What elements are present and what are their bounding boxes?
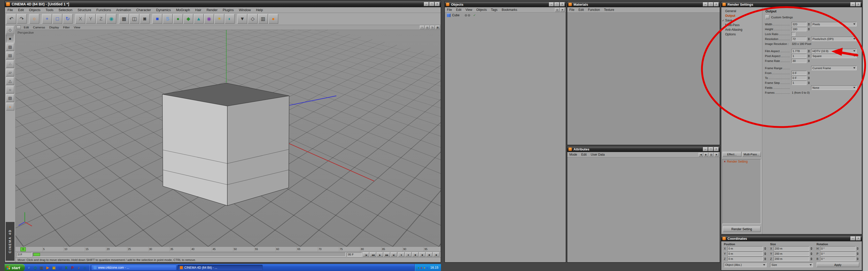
- add-scene-icon[interactable]: ▲: [194, 14, 204, 24]
- spinner[interactable]: [764, 246, 767, 250]
- add-camera-icon[interactable]: ◉: [204, 14, 214, 24]
- menu-item[interactable]: Help: [253, 8, 266, 12]
- spinner[interactable]: [807, 76, 810, 80]
- size-x-field[interactable]: 200 m: [774, 246, 809, 250]
- paint-icon[interactable]: P: [70, 265, 75, 270]
- folder-icon[interactable]: ▣: [51, 265, 57, 270]
- move-icon[interactable]: +: [42, 14, 52, 24]
- menu-item[interactable]: Plugins: [220, 8, 237, 12]
- menu-item[interactable]: Selection: [56, 8, 75, 12]
- media-player-icon[interactable]: ▶: [45, 265, 51, 270]
- viewport-menu-item[interactable]: Edit: [22, 26, 31, 29]
- add-modeling-icon[interactable]: ◆: [183, 14, 193, 24]
- setting-dropdown[interactable]: None: [811, 86, 857, 90]
- size-y-field[interactable]: 200 m: [774, 251, 809, 256]
- viewport-menu-item[interactable]: View: [72, 26, 83, 29]
- close-button[interactable]: ×: [435, 2, 440, 6]
- viewport-layout-icon[interactable]: ▥: [258, 14, 268, 24]
- maximize-button[interactable]: □: [554, 2, 559, 6]
- menu-item[interactable]: Functions: [94, 8, 114, 12]
- z-axis-line[interactable]: [289, 96, 336, 105]
- spinner[interactable]: [807, 81, 810, 84]
- size-mode-dropdown[interactable]: Size: [770, 263, 813, 267]
- menu-item[interactable]: Character: [133, 8, 153, 12]
- menu-item[interactable]: Bookmarks: [500, 8, 519, 11]
- menu-item[interactable]: View: [463, 8, 474, 11]
- object-axis-icon[interactable]: +: [6, 103, 14, 110]
- setting-input[interactable]: 72: [792, 37, 807, 41]
- convert-editable-icon[interactable]: ◇: [6, 26, 14, 34]
- size-z-field[interactable]: 200 m: [774, 257, 809, 261]
- main-titlebar[interactable]: CINEMA 4D (64 Bit) - [Untitled 1 *] –□×: [5, 1, 441, 7]
- record-scale-icon[interactable]: ■: [419, 252, 426, 257]
- goto-start-button[interactable]: |◀: [363, 252, 369, 257]
- menu-item[interactable]: Edit: [454, 8, 463, 11]
- render-view-icon[interactable]: ▦: [119, 14, 129, 24]
- apply-button[interactable]: Apply: [816, 263, 859, 267]
- add-nurbs-icon[interactable]: ●: [173, 14, 183, 24]
- scene-filter-icon[interactable]: ▼: [560, 8, 565, 12]
- render-picture-viewer-icon[interactable]: ◫: [129, 14, 139, 24]
- render-settings-tree-item[interactable]: General: [721, 9, 762, 13]
- menu-item[interactable]: User Data: [589, 153, 607, 157]
- start-frame-field[interactable]: 0 F: [17, 252, 32, 257]
- menu-item[interactable]: Dynamics: [153, 8, 173, 12]
- lock-y-icon[interactable]: Y: [86, 14, 96, 24]
- minimize-button[interactable]: –: [424, 2, 429, 6]
- object-manager-list[interactable]: Cube ✓: [445, 13, 566, 262]
- current-frame-marker[interactable]: 0: [21, 247, 26, 251]
- close-button[interactable]: ×: [714, 2, 719, 6]
- multipass-button[interactable]: Multi-Pass...: [742, 152, 761, 157]
- bodypaint-icon[interactable]: ●: [269, 14, 278, 24]
- setting-input[interactable]: 0 F: [792, 71, 807, 75]
- setting-dropdown[interactable]: HDTV (16:9): [811, 49, 857, 53]
- show-desktop-icon[interactable]: ▤: [39, 265, 44, 270]
- objects-titlebar[interactable]: Objects –□×: [445, 2, 566, 7]
- spinner[interactable]: [857, 252, 859, 256]
- materials-area[interactable]: [567, 13, 720, 145]
- coordinate-system-icon[interactable]: ◉: [106, 14, 116, 24]
- spinner[interactable]: [807, 37, 810, 41]
- winamp-icon[interactable]: ♪: [76, 265, 82, 270]
- rotation-p-field[interactable]: 0 °: [820, 251, 856, 256]
- menu-item[interactable]: File: [567, 8, 576, 11]
- lock-z-icon[interactable]: Z: [96, 14, 106, 24]
- x-axis-line[interactable]: [289, 143, 374, 181]
- tree-check-icon[interactable]: ✓: [721, 19, 725, 22]
- spinner[interactable]: [807, 49, 810, 53]
- close-button[interactable]: ×: [560, 2, 565, 6]
- spinner[interactable]: [764, 257, 767, 261]
- live-selection-icon[interactable]: ○: [29, 14, 39, 24]
- spinner[interactable]: [807, 22, 810, 26]
- camera-pan-icon[interactable]: +: [420, 26, 425, 29]
- position-z-field[interactable]: 0 m: [727, 257, 763, 261]
- add-cube-icon[interactable]: ■: [152, 14, 162, 24]
- render-preset-list[interactable]: × Render Setting: [722, 159, 761, 224]
- volume-icon[interactable]: ●: [424, 266, 425, 269]
- spinner[interactable]: [807, 27, 810, 31]
- render-settings-tree-item[interactable]: Multi-Pass: [721, 23, 762, 27]
- setting-dropdown[interactable]: Square: [811, 54, 857, 58]
- messenger-icon[interactable]: ☺: [82, 265, 88, 270]
- cube-right-face[interactable]: [227, 96, 289, 205]
- redo-icon[interactable]: ↷: [17, 14, 27, 24]
- object-enabled-icon[interactable]: ✓: [473, 13, 476, 17]
- setting-dropdown[interactable]: Current Frame: [811, 66, 857, 70]
- setting-checkbox[interactable]: [792, 32, 796, 36]
- viewport-menu-icon[interactable]: [17, 26, 21, 29]
- setting-input[interactable]: 180: [792, 27, 807, 31]
- word-icon[interactable]: W: [57, 265, 63, 270]
- menu-item[interactable]: Edit: [579, 153, 589, 157]
- snap-settings-icon[interactable]: ◇: [248, 14, 257, 24]
- minimize-button[interactable]: –: [703, 2, 708, 6]
- add-spline-icon[interactable]: S: [163, 14, 173, 24]
- edges-mode-icon[interactable]: ▱: [6, 69, 14, 76]
- setting-dropdown[interactable]: Pixels/Inch (DPI): [811, 37, 857, 41]
- object-item-cube[interactable]: Cube ✓: [445, 13, 566, 18]
- rotation-h-field[interactable]: 0 °: [820, 246, 856, 250]
- menu-item[interactable]: File: [445, 8, 454, 11]
- menu-item[interactable]: Hair: [193, 8, 204, 12]
- menu-item[interactable]: Function: [586, 8, 602, 11]
- menu-item[interactable]: Animation: [114, 8, 133, 12]
- menu-item[interactable]: Objects: [474, 8, 489, 11]
